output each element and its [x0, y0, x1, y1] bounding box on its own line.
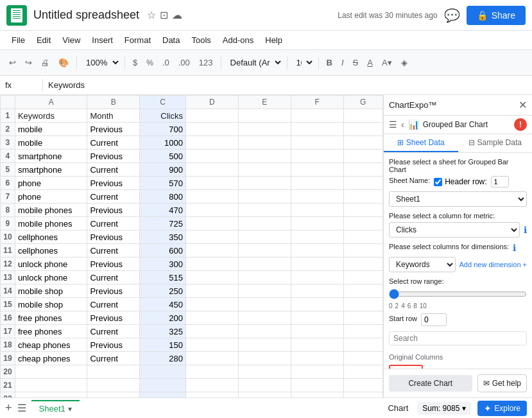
nav-menu-icon[interactable]: ☰ [389, 119, 397, 130]
cell-g16[interactable] [343, 311, 383, 325]
cell-g6[interactable] [343, 177, 383, 190]
redo-button[interactable]: ↪ [21, 55, 36, 70]
cell-b4[interactable]: Previous [87, 150, 140, 163]
cell-f17[interactable] [291, 325, 343, 338]
row-number[interactable]: 16 [1, 311, 15, 325]
row-number[interactable]: 9 [1, 217, 15, 231]
row-range-slider[interactable] [389, 289, 527, 299]
tab-sheet-data[interactable]: ⊞ Sheet Data [384, 134, 458, 152]
cell-a10[interactable]: cellphones [15, 231, 87, 244]
cell-a19[interactable]: cheap phones [15, 352, 87, 365]
cell-a5[interactable]: smartphone [15, 163, 87, 177]
cell-b1[interactable]: Month [87, 109, 140, 123]
cell-a9[interactable]: mobile phones [15, 217, 87, 231]
cell-g5[interactable] [343, 163, 383, 177]
cell-c1[interactable]: Clicks [140, 109, 186, 123]
cell-g17[interactable] [343, 325, 383, 338]
cell-f14[interactable] [291, 284, 343, 298]
row-number[interactable]: 18 [1, 338, 15, 352]
cell-d12[interactable] [185, 257, 238, 271]
cell-e6[interactable] [238, 177, 291, 190]
cell-g12[interactable] [343, 257, 383, 271]
cell-b21[interactable] [87, 379, 140, 392]
cell-f12[interactable] [291, 257, 343, 271]
cell-d10[interactable] [185, 231, 238, 244]
cell-e14[interactable] [238, 284, 291, 298]
cell-g10[interactable] [343, 231, 383, 244]
cell-a3[interactable]: mobile [15, 136, 87, 150]
cell-d15[interactable] [185, 298, 238, 311]
star-icon[interactable]: ☆ [147, 9, 156, 21]
cell-a16[interactable]: free phones [15, 311, 87, 325]
col-header-a[interactable]: A [15, 96, 87, 109]
paint-button[interactable]: 🎨 [55, 55, 73, 70]
cell-a7[interactable]: phone [15, 190, 87, 204]
cell-c18[interactable]: 150 [140, 338, 186, 352]
menu-file[interactable]: File [6, 33, 30, 47]
currency-button[interactable]: $ [129, 55, 141, 70]
font-size-select[interactable]: 10 [291, 56, 314, 69]
cell-g19[interactable] [343, 352, 383, 365]
cell-a20[interactable] [15, 365, 87, 379]
cell-f3[interactable] [291, 136, 343, 150]
cell-c6[interactable]: 570 [140, 177, 186, 190]
row-number[interactable]: 21 [1, 379, 15, 392]
col-header-c[interactable]: C [140, 96, 186, 109]
cell-e11[interactable] [238, 244, 291, 257]
start-row-input[interactable] [421, 313, 447, 326]
cell-d19[interactable] [185, 352, 238, 365]
col-header-f[interactable]: F [291, 96, 343, 109]
add-sheet-button[interactable]: + [5, 401, 12, 415]
cell-b2[interactable]: Previous [87, 123, 140, 136]
cell-d8[interactable] [185, 204, 238, 217]
cell-f13[interactable] [291, 271, 343, 284]
cell-e7[interactable] [238, 190, 291, 204]
cell-c4[interactable]: 500 [140, 150, 186, 163]
cell-f2[interactable] [291, 123, 343, 136]
cell-d21[interactable] [185, 379, 238, 392]
header-row-checkbox[interactable] [434, 178, 442, 186]
cell-d17[interactable] [185, 325, 238, 338]
col-header-g[interactable]: G [343, 96, 383, 109]
cell-d16[interactable] [185, 311, 238, 325]
row-number[interactable]: 1 [1, 109, 15, 123]
cell-f5[interactable] [291, 163, 343, 177]
decimal-dec-button[interactable]: .0 [159, 55, 173, 70]
cell-f7[interactable] [291, 190, 343, 204]
share-button[interactable]: 🔒 Share [467, 6, 526, 25]
panel-close-button[interactable]: ✕ [519, 99, 527, 111]
row-number[interactable]: 6 [1, 177, 15, 190]
row-number[interactable]: 10 [1, 231, 15, 244]
cell-e20[interactable] [238, 365, 291, 379]
cell-a12[interactable]: unlock phone [15, 257, 87, 271]
row-number[interactable]: 5 [1, 163, 15, 177]
cell-g13[interactable] [343, 271, 383, 284]
cell-d6[interactable] [185, 177, 238, 190]
cell-a13[interactable]: unlock phone [15, 271, 87, 284]
dimension-select[interactable]: Keywords [389, 257, 456, 272]
cell-c13[interactable]: 515 [140, 271, 186, 284]
row-number[interactable]: 8 [1, 204, 15, 217]
cell-c10[interactable]: 350 [140, 231, 186, 244]
cell-f1[interactable] [291, 109, 343, 123]
sheet-name-select[interactable]: Sheet1 [389, 191, 527, 207]
cell-b5[interactable]: Current [87, 163, 140, 177]
cell-e2[interactable] [238, 123, 291, 136]
cell-c20[interactable] [140, 365, 186, 379]
row-number[interactable]: 20 [1, 365, 15, 379]
cell-b7[interactable]: Current [87, 190, 140, 204]
cell-a2[interactable]: mobile [15, 123, 87, 136]
explore-button[interactable]: ✦ Explore [477, 401, 527, 416]
header-row-input[interactable] [491, 176, 509, 187]
cell-c8[interactable]: 470 [140, 204, 186, 217]
nav-back-icon[interactable]: ‹ [401, 119, 404, 130]
row-number[interactable]: 14 [1, 284, 15, 298]
cell-f10[interactable] [291, 231, 343, 244]
cell-e21[interactable] [238, 379, 291, 392]
row-number[interactable]: 15 [1, 298, 15, 311]
cell-g4[interactable] [343, 150, 383, 163]
percent-button[interactable]: % [142, 56, 157, 70]
cell-a17[interactable]: free phones [15, 325, 87, 338]
cell-g14[interactable] [343, 284, 383, 298]
cloud-icon[interactable]: ☁ [172, 9, 182, 21]
